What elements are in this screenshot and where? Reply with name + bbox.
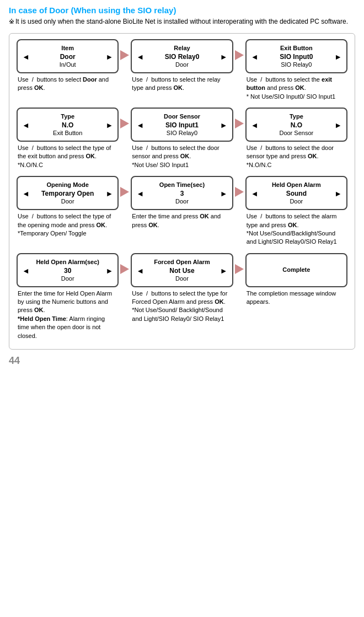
connector5 [120,176,129,197]
desc-row3-3: Use / buttons to select the alarm type a… [245,212,347,246]
cell-row1-3: Exit Button ◄ SIO Input0 ► SIO Relay0 Us… [244,39,349,101]
box-type-exitbtn: Type ◄ N.O ► Exit Button [17,108,119,142]
box-relay: Relay ◄ SIO Relay0 ► Door [131,39,233,73]
right-arrow-btn-3[interactable]: ► [334,52,342,61]
arrow-icon-7 [120,264,129,274]
box-nav-row1-3: ◄ SIO Input0 ► [249,52,344,61]
right-arrow-btn-10[interactable]: ► [105,266,113,275]
left-arrow-btn-7[interactable]: ◄ [22,189,30,198]
box-sub-door-7: Door [175,275,189,282]
box-label-doorsensor: Door Sensor [164,113,200,120]
box-label-opentime: Open Time(sec) [159,181,205,188]
arrow-icon-3 [120,119,129,128]
right-arrow-btn-11[interactable]: ► [220,266,228,275]
left-arrow-btn-3[interactable]: ◄ [251,52,259,61]
box-label-heldopen: Held Open Alarm [272,181,321,188]
box-value-door: Door [30,53,106,61]
cell-row3-2: Open Time(sec) ◄ 3 ► Door Enter the time… [129,176,234,229]
arrow-icon-1 [120,50,129,60]
right-arrow-btn-9[interactable]: ► [334,189,342,198]
box-nav-row2-1: ◄ N.O ► [20,121,115,130]
box-label-openmode: Opening Mode [46,181,88,188]
box-sub-door-4: Door [175,198,189,205]
connector4 [235,108,244,128]
row1: Item ◄ Door ► In/Out Use / buttons to se… [15,39,349,101]
desc-row4-3: The completion message window appears. [245,289,347,307]
box-label-relay: Relay [174,45,190,51]
connector7 [120,253,129,274]
box-sub-door-6: Door [61,275,74,282]
content-area: Item ◄ Door ► In/Out Use / buttons to se… [9,33,355,350]
desc-row4-1: Enter the time for Held Open Alarm by us… [17,289,119,340]
box-nav-row4-2: ◄ Not Use ► [134,266,229,275]
box-open-time: Open Time(sec) ◄ 3 ► Door [131,176,233,210]
right-arrow-btn-4[interactable]: ► [105,121,113,130]
left-arrow-btn-6[interactable]: ◄ [251,121,259,130]
box-value-sinput1: SIO Input1 [144,121,220,129]
right-arrow-btn-6[interactable]: ► [334,121,342,130]
page-title: In case of Door (When using the SIO rela… [9,6,355,15]
box-forced-open-alarm: Forced Open Alarm ◄ Not Use ► Door [131,253,233,287]
box-nav-row3-3: ◄ Sound ► [249,189,344,198]
box-value-3sec: 3 [144,190,220,197]
desc-row1-1: Use / buttons to select Door and press O… [17,76,119,93]
right-arrow-btn-2[interactable]: ► [220,52,228,61]
box-label-forcedalarm: Forced Open Alarm [154,259,210,265]
box-complete: Complete [245,253,347,287]
left-arrow-btn-9[interactable]: ◄ [251,189,259,198]
box-sub-srelay0-2: SIO Relay0 [167,130,197,136]
box-type-doorsensor: Type ◄ N.O ► Door Sensor [245,108,347,142]
desc-row3-1: Use / buttons to select the type of the … [17,212,119,238]
cell-row4-2: Forced Open Alarm ◄ Not Use ► Door Use /… [129,253,234,324]
left-arrow-btn-5[interactable]: ◄ [136,121,144,130]
connector6 [235,176,244,197]
box-nav-row2-3: ◄ N.O ► [249,121,344,130]
box-sub-door-5: Door [290,198,303,205]
cell-row4-3: Complete The completion message window a… [244,253,349,307]
box-label-type1: Type [61,113,74,120]
right-arrow-btn-5[interactable]: ► [220,121,228,130]
desc-row2-3: Use / buttons to select the door sensor … [245,144,347,169]
desc-row4-2: Use / buttons to select the type for For… [131,289,233,324]
cell-row2-1: Type ◄ N.O ► Exit Button Use / buttons t… [15,108,120,169]
box-label-item: Item [61,45,74,51]
left-arrow-btn-8[interactable]: ◄ [136,189,144,198]
box-value-sio0: SIO Relay0 [144,53,220,61]
right-arrow-btn-8[interactable]: ► [220,189,228,198]
arrow-icon-4 [235,119,244,128]
left-arrow-btn-4[interactable]: ◄ [22,121,30,130]
right-arrow-btn[interactable]: ► [105,52,113,61]
left-arrow-btn-11[interactable]: ◄ [136,266,144,275]
box-value-sound: Sound [259,190,335,197]
box-sub-door-3: Door [61,198,74,205]
left-arrow-btn-10[interactable]: ◄ [22,266,30,275]
cell-row1-1: Item ◄ Door ► In/Out Use / buttons to se… [15,39,120,93]
cell-row3-1: Opening Mode ◄ Temporary Open ► Door Use… [15,176,120,238]
cell-row1-2: Relay ◄ SIO Relay0 ► Door Use / buttons … [129,39,234,93]
cell-row4-1: Held Open Alarm(sec) ◄ 30 ► Door Enter t… [15,253,120,340]
row3: Opening Mode ◄ Temporary Open ► Door Use… [15,176,349,246]
box-item-door: Item ◄ Door ► In/Out [17,39,119,73]
row4: Held Open Alarm(sec) ◄ 30 ► Door Enter t… [15,253,349,340]
box-value-notuse: Not Use [144,267,220,275]
box-sub-doorsensor: Door Sensor [279,130,313,136]
box-label-heldsec: Held Open Alarm(sec) [36,259,99,265]
connector2 [235,39,244,60]
page-number: 44 [9,355,355,367]
box-nav-row3-2: ◄ 3 ► [134,189,229,198]
box-nav-row1-1: ◄ Door ► [20,52,115,61]
left-arrow-btn[interactable]: ◄ [22,52,30,61]
box-value-no2: N.O [259,121,335,129]
arrow-icon-6 [235,187,244,197]
box-nav-row2-2: ◄ SIO Input1 ► [134,121,229,130]
box-held-open-alarm-sec: Held Open Alarm(sec) ◄ 30 ► Door [17,253,119,287]
box-label-complete: Complete [282,266,310,273]
box-sub-exitbtn: Exit Button [53,130,82,136]
right-arrow-btn-7[interactable]: ► [105,189,113,198]
box-value-30: 30 [30,267,106,275]
box-opening-mode: Opening Mode ◄ Temporary Open ► Door [17,176,119,210]
box-nav-row3-1: ◄ Temporary Open ► [20,189,115,198]
left-arrow-btn-2[interactable]: ◄ [136,52,144,61]
box-value-tempopen: Temporary Open [30,190,106,197]
box-sub-inout: In/Out [60,61,76,68]
